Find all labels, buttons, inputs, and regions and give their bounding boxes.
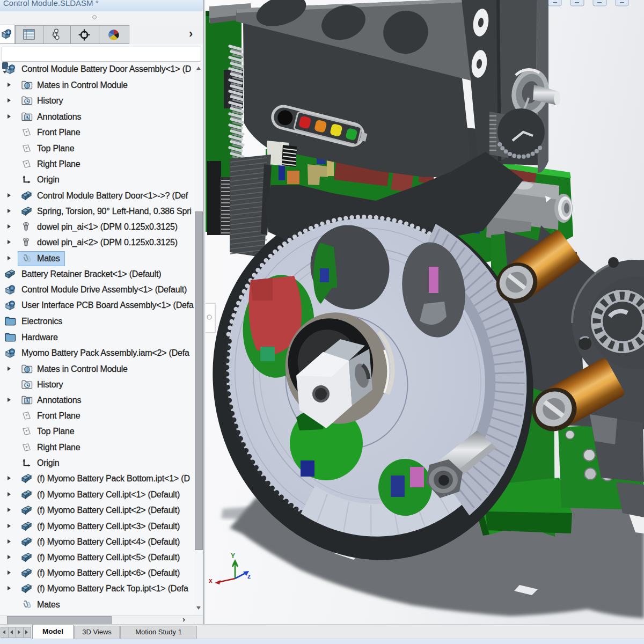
svg-text:Y: Y xyxy=(231,552,235,560)
svg-text:A: A xyxy=(25,115,29,120)
svg-text:A: A xyxy=(25,398,29,404)
svg-text:z: z xyxy=(247,573,251,580)
svg-text:x: x xyxy=(209,577,213,584)
